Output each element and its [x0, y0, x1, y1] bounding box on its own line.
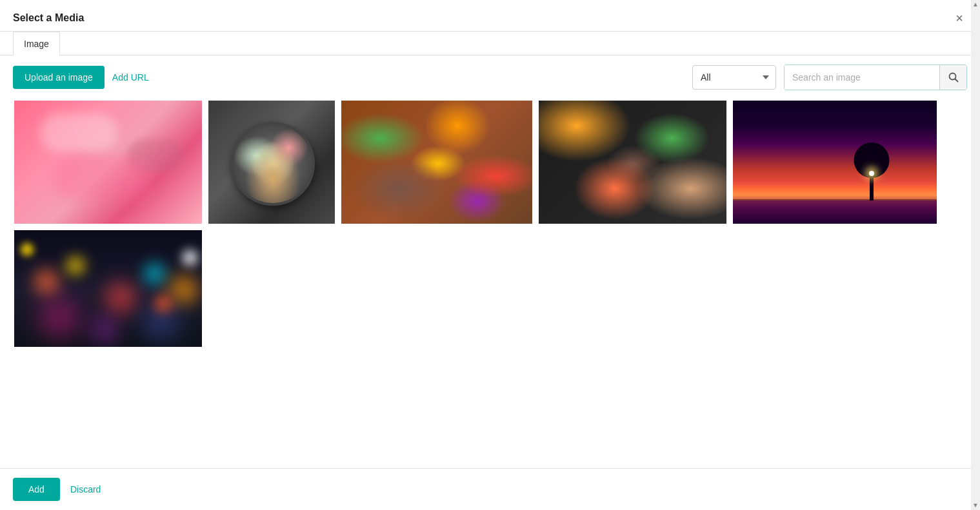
- glow-dot: [869, 171, 874, 176]
- filter-select[interactable]: All Images Videos Documents: [692, 65, 776, 90]
- dialog-header: Select a Media ×: [0, 0, 980, 32]
- sunset-scene: [733, 101, 938, 225]
- bowl-circle: [231, 122, 315, 206]
- add-button[interactable]: Add: [13, 478, 60, 501]
- upload-image-button[interactable]: Upload an image: [13, 66, 105, 89]
- list-item[interactable]: [732, 99, 938, 225]
- list-item[interactable]: [13, 99, 203, 225]
- food-spread: [341, 101, 534, 225]
- add-url-button[interactable]: Add URL: [112, 72, 149, 83]
- media-select-dialog: Select a Media × Image Upload an image A…: [0, 0, 980, 510]
- close-button[interactable]: ×: [952, 10, 967, 26]
- bokeh-light: [66, 256, 85, 275]
- search-input[interactable]: [785, 65, 939, 90]
- image-row-2: [13, 229, 967, 348]
- scroll-down-arrow[interactable]: ▼: [972, 502, 979, 509]
- svg-line-1: [955, 79, 957, 82]
- water-reflection: [733, 201, 938, 225]
- list-item[interactable]: [207, 99, 336, 225]
- bokeh-light: [182, 250, 198, 266]
- search-container: [784, 64, 967, 90]
- search-button[interactable]: [939, 65, 966, 90]
- tabs-row: Image: [0, 32, 980, 55]
- search-icon: [948, 72, 959, 83]
- bokeh-light: [21, 243, 34, 256]
- tab-image[interactable]: Image: [13, 32, 60, 55]
- image-row-1: [13, 99, 967, 225]
- dialog-footer: Add Discard: [0, 468, 980, 510]
- bokeh-light: [143, 262, 166, 285]
- bokeh-light: [105, 282, 137, 314]
- bokeh-light: [40, 298, 79, 337]
- bokeh-light: [154, 295, 172, 313]
- indian-food: [539, 101, 728, 225]
- bokeh-light: [92, 317, 117, 343]
- image-grid: [0, 99, 980, 468]
- list-item[interactable]: [537, 99, 728, 225]
- bowl-detail: [208, 101, 336, 225]
- list-item[interactable]: [340, 99, 534, 225]
- bowl-contents: [234, 124, 312, 203]
- dialog-title: Select a Media: [13, 12, 84, 24]
- scroll-up-arrow[interactable]: ▲: [972, 1, 979, 8]
- bokeh-light: [34, 269, 59, 295]
- horizon-line: [733, 199, 938, 201]
- tree-silhouette: [855, 149, 888, 201]
- scrollbar[interactable]: ▲ ▼: [971, 0, 980, 510]
- toolbar: Upload an image Add URL All Images Video…: [0, 55, 980, 99]
- bokeh-light: [169, 275, 198, 304]
- cloud-3: [53, 155, 150, 201]
- list-item[interactable]: [13, 229, 203, 348]
- cloud-1: [40, 113, 117, 152]
- bokeh-scene: [14, 230, 203, 348]
- tree-trunk: [870, 175, 874, 201]
- discard-button[interactable]: Discard: [70, 484, 101, 495]
